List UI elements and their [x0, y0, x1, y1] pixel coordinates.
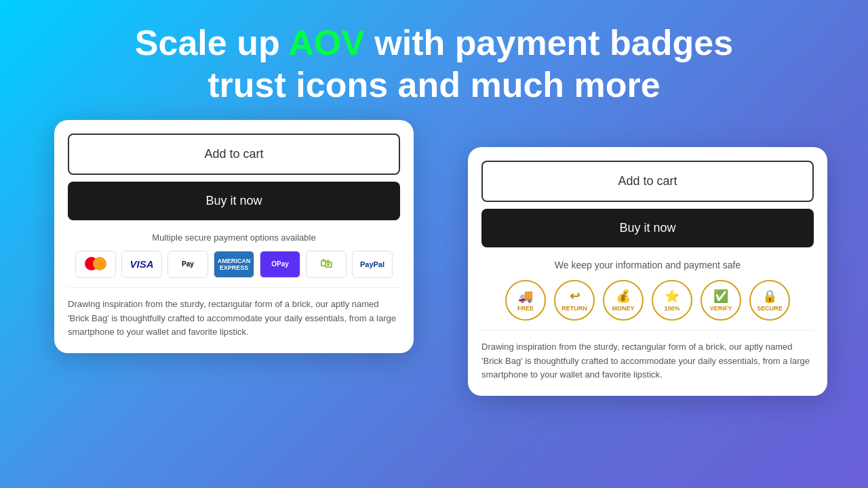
card2-trust-badges: 🚚 FREE ↩ RETURN 💰 MONEY ⭐ 100% ✅ VER — [481, 280, 814, 321]
money-label: MONEY — [612, 305, 634, 312]
trust-badge-quality: ⭐ 100% — [652, 280, 692, 321]
header-highlight: AOV — [288, 23, 365, 62]
card-payment-badges: Add to cart Buy it now Multiple secure p… — [54, 120, 414, 353]
verified-icon: ✅ — [713, 289, 728, 304]
trust-badge-secure: 🔒 SECURE — [749, 280, 790, 321]
card2-trust-section: We keep your information and payment saf… — [481, 260, 814, 321]
card1-payment-label: Multiple secure payment options availabl… — [68, 232, 400, 243]
header-text-1: Scale up — [135, 23, 288, 62]
quality-icon: ⭐ — [665, 289, 679, 304]
lock-icon: 🔒 — [762, 289, 777, 304]
shipping-label: FREE — [517, 305, 534, 312]
card1-buy-now-button[interactable]: Buy it now — [68, 182, 400, 220]
card2-add-to-cart-button[interactable]: Add to cart — [481, 161, 814, 202]
cards-container: Add to cart Buy it now Multiple secure p… — [0, 120, 868, 488]
quality-label: 100% — [664, 305, 679, 312]
trust-badge-returns: ↩ RETURN — [554, 280, 595, 321]
trust-badge-money-back: 💰 MONEY — [603, 280, 644, 321]
header-line2: trust icons and much more — [208, 65, 660, 104]
paypal-icon: PayPal — [352, 251, 393, 278]
trust-badge-verified: ✅ VERIFY — [701, 280, 741, 321]
secure-label: SECURE — [757, 305, 783, 312]
header-text-2: with payment badges — [365, 23, 733, 62]
card1-add-to-cart-button[interactable]: Add to cart — [68, 134, 400, 175]
returns-label: RETURN — [561, 305, 587, 312]
trust-badge-shipping: 🚚 FREE — [505, 280, 546, 321]
card1-payment-icons: VISA Pay AMERICANEXPRESS OPay 🛍 PayPal — [68, 251, 400, 278]
mastercard-icon — [75, 251, 116, 278]
verified-label: VERIFY — [710, 305, 732, 312]
card1-payment-section: Multiple secure payment options availabl… — [68, 232, 400, 278]
money-icon: 💰 — [616, 289, 631, 304]
card2-buy-now-button[interactable]: Buy it now — [481, 209, 814, 247]
card2-description: Drawing inspiration from the sturdy, rec… — [481, 330, 814, 382]
shopify-icon: 🛍 — [306, 251, 347, 278]
card2-trust-label: We keep your information and payment saf… — [481, 260, 814, 270]
returns-icon: ↩ — [570, 289, 580, 304]
applepay-icon: Pay — [167, 251, 208, 278]
shopifypay-icon: OPay — [260, 251, 300, 278]
card1-description: Drawing inspiration from the sturdy, rec… — [68, 287, 400, 340]
card-trust-badges: Add to cart Buy it now We keep your info… — [468, 147, 827, 396]
shipping-icon: 🚚 — [518, 289, 533, 304]
page-header: Scale up AOV with payment badges trust i… — [121, 0, 747, 120]
amex-icon: AMERICANEXPRESS — [214, 251, 254, 278]
visa-icon: VISA — [121, 251, 162, 278]
